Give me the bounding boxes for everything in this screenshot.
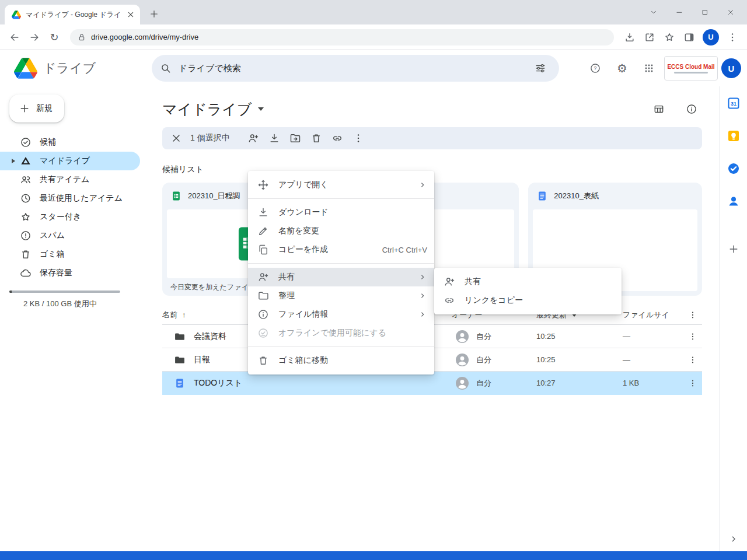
browser-profile-avatar[interactable]: U (703, 29, 719, 46)
column-header-size[interactable]: ファイルサイ (623, 310, 669, 319)
submenu-arrow-icon (418, 272, 427, 282)
browser-menu-button[interactable] (722, 27, 742, 47)
folder-icon (174, 354, 186, 366)
expand-caret-icon[interactable] (12, 159, 15, 163)
close-window-button[interactable] (718, 0, 743, 24)
owner-name: 自分 (476, 331, 491, 342)
row-more-button[interactable] (684, 328, 701, 345)
details-button[interactable] (681, 99, 702, 120)
sidebar-item-shared[interactable]: 共有アイテム (0, 170, 140, 189)
toolbar-more-button[interactable] (348, 128, 369, 149)
column-header-name[interactable]: 名前 (162, 310, 177, 320)
tasks-app-button[interactable] (726, 161, 741, 176)
grid-view-icon (653, 103, 665, 115)
apps-grid-button[interactable] (637, 57, 661, 80)
forward-button[interactable] (25, 27, 44, 47)
contacts-app-button[interactable] (726, 194, 741, 209)
men-item-organize[interactable]: 整理 (248, 286, 434, 305)
tab-close-button[interactable] (125, 9, 137, 20)
drive-brand: ドライブ (14, 50, 96, 86)
sidebar-item-spam[interactable]: スパム (0, 226, 140, 245)
sidebar-item-storage[interactable]: 保存容量 (0, 264, 140, 282)
menu-item-move-to-trash[interactable]: ゴミ箱に移動 (248, 351, 434, 370)
search-placeholder: ドライブで検索 (179, 63, 523, 74)
new-button[interactable]: 新規 (9, 94, 64, 123)
menu-item-offline: オフラインで使用可能にする (248, 324, 434, 342)
open-with-icon (257, 179, 269, 191)
menu-item-download[interactable]: ダウンロード (248, 203, 434, 222)
sidebar-item-suggestions[interactable]: 候補 (0, 133, 140, 152)
sidebar-item-label: 候補 (40, 137, 56, 148)
share-page-button[interactable] (640, 27, 659, 47)
hide-side-panel-button[interactable] (726, 531, 741, 547)
toolbar-download-button[interactable] (264, 128, 285, 149)
settings-button[interactable]: ⚙ (610, 57, 634, 80)
row-more-button[interactable] (684, 374, 701, 392)
minimize-button[interactable] (666, 0, 692, 24)
menu-item-label: アプリで開く (278, 180, 409, 190)
clear-selection-button[interactable] (166, 128, 187, 149)
svg-text:?: ? (594, 65, 597, 71)
menu-item-file-info[interactable]: ファイル情報 (248, 305, 434, 324)
menu-item-make-copy[interactable]: コピーを作成 Ctrl+C Ctrl+V (248, 240, 434, 259)
reload-button[interactable]: ↻ (44, 27, 64, 47)
close-icon (126, 10, 135, 19)
calendar-icon: 31 (727, 96, 741, 110)
toolbar-trash-button[interactable] (306, 128, 327, 149)
toolbar-link-button[interactable] (327, 128, 348, 149)
gear-icon: ⚙ (617, 62, 627, 74)
my-drive-icon (20, 155, 32, 167)
sidebar-item-starred[interactable]: スター付き (0, 208, 140, 226)
browser-tab[interactable]: マイドライブ - Google ドライブ (5, 5, 140, 24)
menu-item-rename[interactable]: 名前を変更 (248, 222, 434, 240)
minimize-icon (675, 8, 683, 16)
docs-file-icon (536, 190, 548, 202)
calendar-app-button[interactable]: 31 (726, 96, 741, 111)
keep-app-button[interactable] (726, 128, 741, 144)
address-bar[interactable]: drive.google.com/drive/my-drive (70, 29, 614, 46)
row-more-button[interactable] (684, 351, 701, 369)
submenu-item-share[interactable]: 共有 (434, 272, 622, 291)
toolbar-share-button[interactable] (243, 128, 264, 149)
clock-icon (20, 192, 32, 204)
grid-view-button[interactable] (648, 99, 669, 120)
sort-ascending-icon[interactable]: ↑ (182, 310, 186, 319)
menu-separator (248, 198, 434, 199)
submenu-arrow-icon (418, 180, 427, 190)
advanced-search-button[interactable] (530, 58, 551, 79)
sidebar-item-recent[interactable]: 最近使用したアイテム (0, 189, 140, 208)
menu-item-share[interactable]: 共有 (248, 268, 434, 286)
modified-time: 10:25 (536, 355, 623, 364)
toolbar-move-button[interactable] (285, 128, 306, 149)
people-icon (20, 174, 32, 186)
save-page-button[interactable] (620, 27, 640, 47)
sidebar-item-my-drive[interactable]: マイドライブ (0, 152, 140, 170)
account-avatar[interactable]: U (721, 58, 741, 78)
search-input[interactable]: ドライブで検索 (152, 55, 559, 82)
context-menu: アプリで開く ダウンロード 名前を変更 コピーを作成 Ctrl+C Ctrl+V… (248, 171, 434, 374)
side-panel-icon (683, 32, 695, 43)
column-options-button[interactable] (684, 306, 701, 324)
get-add-ons-button[interactable] (726, 242, 741, 257)
back-button[interactable] (5, 27, 25, 47)
url-text: drive.google.com/drive/my-drive (91, 33, 198, 41)
download-icon (268, 132, 280, 144)
file-row-todo-list-selected[interactable]: TODOリスト 自分 10:27 1 KB (162, 372, 702, 395)
workspace-side-panel: 31 (719, 86, 747, 551)
bookmark-button[interactable] (659, 27, 679, 47)
tune-icon (535, 62, 546, 74)
star-icon (664, 32, 675, 43)
menu-item-open-with[interactable]: アプリで開く (248, 176, 434, 194)
more-vert-icon (727, 32, 738, 43)
new-tab-button[interactable] (146, 6, 162, 22)
maximize-button[interactable] (692, 0, 718, 24)
help-button[interactable]: ? (584, 57, 607, 80)
link-icon (331, 132, 343, 144)
tab-search-button[interactable] (641, 0, 666, 24)
close-icon (727, 8, 735, 16)
sidebar-item-trash[interactable]: ゴミ箱 (0, 245, 140, 264)
windows-taskbar-strip[interactable] (0, 551, 747, 560)
side-panel-button[interactable] (679, 27, 699, 47)
submenu-item-copy-link[interactable]: リンクをコピー (434, 291, 622, 310)
title-dropdown-icon[interactable] (258, 107, 264, 111)
